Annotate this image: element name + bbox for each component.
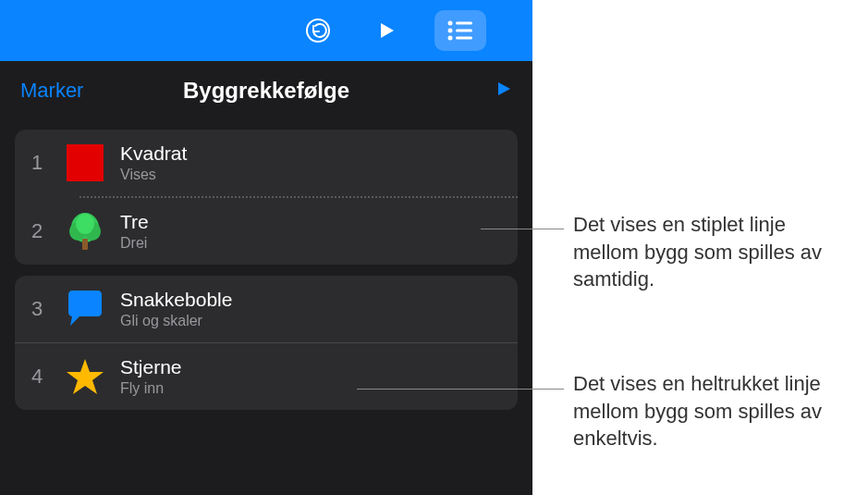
build-number: 1 [31,151,65,175]
build-effect: Vises [120,167,187,183]
build-title: Snakkeboble [120,289,232,311]
undo-button[interactable] [298,10,338,51]
svg-point-3 [448,29,453,33]
build-list: 1 Kvadrat Vises 2 [0,122,532,417]
callout-dotted: Det vises en stiplet linje mellom bygg s… [573,211,850,293]
page-title: Byggrekkefølge [18,78,514,104]
build-title: Stjerne [120,356,182,378]
callout-line-dotted [481,229,564,229]
play-icon [375,19,397,42]
play-icon [495,80,512,97]
subheader: Marker Byggrekkefølge [0,61,532,122]
build-list-button[interactable] [434,10,486,51]
tree-icon [65,211,105,252]
svg-point-10 [76,214,94,234]
svg-rect-6 [456,37,472,40]
preview-play-button[interactable] [495,80,512,101]
build-row[interactable]: 1 Kvadrat Vises [15,130,518,196]
build-order-panel: Marker Byggrekkefølge 1 Kvadrat Vises 2 [0,0,532,495]
build-row[interactable]: 2 Tre Drei [15,198,518,265]
build-title: Tre [120,211,149,233]
build-effect: Drei [120,235,149,252]
build-number: 3 [31,297,65,321]
build-effect: Gli og skaler [120,313,232,329]
build-group: 3 Snakkeboble Gli og skaler 4 [15,276,518,410]
list-icon [446,19,474,42]
svg-point-1 [448,21,453,26]
undo-icon [304,17,332,44]
play-button[interactable] [366,10,407,51]
build-title: Kvadrat [120,142,187,165]
build-group: 1 Kvadrat Vises 2 [15,130,518,265]
star-icon [65,356,105,397]
svg-rect-2 [456,22,472,25]
build-number: 2 [31,219,65,243]
build-text: Stjerne Fly inn [120,356,182,397]
square-icon [65,142,105,183]
build-effect: Fly inn [120,380,182,397]
build-text: Snakkeboble Gli og skaler [120,289,232,329]
build-row[interactable]: 3 Snakkeboble Gli og skaler [15,276,518,342]
svg-rect-11 [82,239,88,250]
speech-bubble-icon [65,289,105,329]
svg-point-5 [448,36,453,41]
build-text: Tre Drei [120,211,149,252]
toolbar [0,0,532,61]
svg-rect-4 [456,30,472,32]
build-row[interactable]: 4 Stjerne Fly inn [15,343,518,410]
marker-link[interactable]: Marker [20,79,83,103]
build-text: Kvadrat Vises [120,142,187,183]
callout-line-solid [357,389,564,390]
build-number: 4 [31,365,65,389]
callout-solid: Det vises en heltrukket linje mellom byg… [573,370,850,452]
